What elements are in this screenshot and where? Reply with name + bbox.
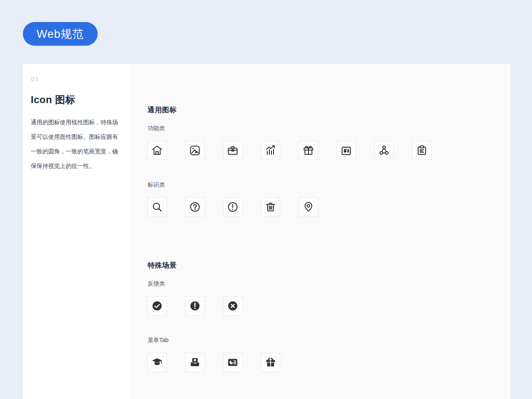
gift-icon (299, 141, 318, 160)
spec-card: 03 Icon 图标 通用的图标使用线性图标，特殊场景可以使用面性图标。图标应拥… (23, 64, 510, 399)
icon-group: 菜单Tab (148, 337, 510, 372)
briefcase-icon (223, 141, 242, 160)
page-title: Icon 图标 (31, 93, 123, 106)
icon-group-label: 标识类 (148, 181, 510, 189)
icon-section-title: 特殊场景 (148, 261, 510, 270)
exclamation-circle-icon (223, 197, 242, 217)
web-spec-badge: Web规范 (23, 22, 98, 46)
icon-specimen-area: 通用图标功能类标识类特殊场景反馈类菜单Tab (131, 64, 510, 399)
exclamation-circle-filled-icon (185, 296, 204, 315)
trash-icon (261, 197, 280, 217)
background-divider-line (0, 53, 532, 54)
close-circle-filled-icon (223, 296, 242, 315)
icon-row (148, 141, 510, 160)
image-icon (185, 141, 204, 160)
icon-section-title: 通用图标 (148, 105, 510, 115)
spec-sidebar: 03 Icon 图标 通用的图标使用线性图标，特殊场景可以使用面性图标。图标应拥… (23, 64, 131, 399)
mail-heart-filled-icon (185, 353, 204, 372)
report-card-filled-icon (223, 353, 242, 372)
home-icon (148, 141, 167, 160)
bill-icon (337, 141, 356, 160)
clipboard-icon (412, 141, 431, 160)
location-pin-icon (299, 197, 318, 217)
gift-filled-icon (261, 353, 280, 372)
icon-group-label: 功能类 (148, 125, 510, 132)
icon-group: 标识类 (148, 181, 510, 217)
icon-group: 功能类 (148, 125, 510, 160)
icon-row (148, 296, 510, 315)
icon-group: 反馈类 (148, 280, 510, 315)
icon-section: 特殊场景反馈类菜单Tab (148, 261, 510, 372)
icon-row (148, 353, 510, 372)
chart-icon (261, 141, 280, 160)
section-index: 03 (31, 75, 123, 82)
check-circle-filled-icon (148, 296, 167, 315)
education-filled-icon (148, 353, 167, 372)
question-circle-icon (185, 197, 204, 217)
share-network-icon (374, 141, 394, 160)
web-spec-badge-label: Web规范 (37, 27, 84, 42)
page-description: 通用的图标使用线性图标，特殊场景可以使用面性图标。图标应拥有一致的圆角，一致的笔… (31, 115, 119, 173)
icon-section: 通用图标功能类标识类 (148, 105, 510, 217)
icon-group-label: 菜单Tab (148, 337, 510, 344)
search-icon (148, 197, 167, 217)
icon-row (148, 197, 510, 217)
icon-group-label: 反馈类 (148, 280, 510, 288)
